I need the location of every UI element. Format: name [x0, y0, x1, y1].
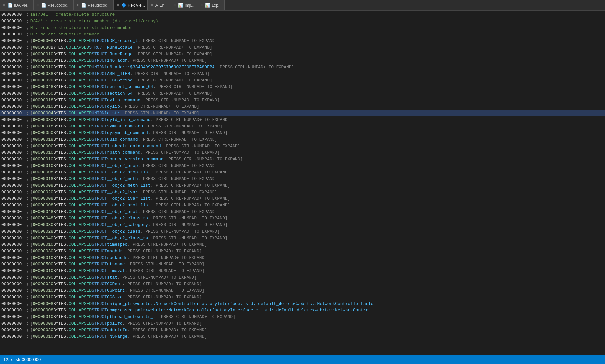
tab-label-pseudo2: Pseudocod...	[88, 3, 111, 8]
help-line-3: 00000000 ; N : rename structure or struc…	[0, 24, 605, 31]
struct-line-objc2classrw: 00000000 ; [00000040 BYTES. COLLAPSED ST…	[0, 235, 605, 241]
struct-line-cgrect: 00000000 ; [00000020 BYTES. COLLAPSED ST…	[0, 281, 605, 287]
tab-close-ida[interactable]: ✕	[3, 3, 6, 7]
help-text-1: Ins/Del : create/delete structure	[30, 12, 115, 17]
tab-pseudocode-2[interactable]: ✕ 📄 Pseudocod...	[74, 0, 114, 10]
tab-imports[interactable]: ✕ 📊 Imp...	[170, 0, 197, 10]
struct-line-objc2prot: 00000000 ; [00000048 BYTES. COLLAPSED ST…	[0, 208, 605, 215]
struct-line-uuid: 00000000 ; [00000018 BYTES. COLLAPSED ST…	[0, 136, 605, 143]
struct-line-objc2prop: 00000000 ; [00000010 BYTES. COLLAPSED ST…	[0, 162, 605, 169]
tab-close-hex[interactable]: ✕	[116, 3, 119, 7]
struct-line-timeval: 00000000 ; [00000010 BYTES. COLLAPSED ST…	[0, 267, 605, 274]
struct-line-in6addr: 00000000 ; [00000010 BYTES. COLLAPSED ST…	[0, 57, 605, 64]
addr-help-2: 00000000	[1, 19, 25, 24]
struct-line-compressed-pair-webrtc: 00000000 ; [00000008 BYTES. COLLAPSED ST…	[0, 307, 605, 313]
main-area: 00000000 ; Ins/Del : create/delete struc…	[0, 11, 605, 355]
struct-line-lcstr: 00000000 ; [00000004 BYTES. COLLAPSED UN…	[0, 110, 605, 116]
struct-line-objc2proplist: 00000000 ; [00000008 BYTES. COLLAPSED ST…	[0, 169, 605, 175]
tab-icon-hex: 🔷	[121, 3, 126, 8]
struct-line-dyldinfo: 00000000 ; [00000030 BYTES. COLLAPSED ST…	[0, 116, 605, 123]
tab-close-imp[interactable]: ✕	[173, 3, 176, 7]
tab-close-pseudo2[interactable]: ✕	[76, 3, 79, 7]
struct-line-asni: 00000000 ; [00000038 BYTES. COLLAPSED ST…	[0, 70, 605, 77]
tab-ida-view[interactable]: ✕ 📄 IDA Vie...	[0, 0, 34, 10]
tab-icon-en: A	[155, 3, 158, 8]
addr-help-3: 00000000	[1, 25, 25, 30]
tab-label-pseudo1: Pseudocod...	[48, 3, 71, 8]
struct-line-in6addr-union: 00000000 ; [00000010 BYTES. COLLAPSED UN…	[0, 64, 605, 70]
tab-label-exp: Exp...	[212, 3, 222, 8]
tab-en[interactable]: ✕ A En...	[148, 0, 170, 10]
struct-line-objc2ivarlist: 00000000 ; [00000008 BYTES. COLLAPSED ST…	[0, 195, 605, 202]
help-line-2: 00000000 ; D/A/* : create structure memb…	[0, 18, 605, 24]
help-line-1: 00000000 ; Ins/Del : create/delete struc…	[0, 11, 605, 18]
help-text-4: U : delete structure member	[30, 32, 100, 37]
struct-line-nsrange: 00000000 ; [00000010 BYTES. COLLAPSED ST…	[0, 333, 605, 340]
struct-line-objc2cat: 00000000 ; [00000030 BYTES. COLLAPSED ST…	[0, 221, 605, 228]
addr-help-4: 00000000	[1, 32, 25, 37]
tab-close-pseudo1[interactable]: ✕	[36, 3, 39, 7]
status-bar: 12. lc_str:00000000	[0, 355, 605, 364]
struct-line-dysymtab: 00000000 ; [00000050 BYTES. COLLAPSED ST…	[0, 129, 605, 136]
tab-label-hex: Hex Vie...	[128, 3, 145, 8]
struct-line-stat: 00000000 ; [00000090 BYTES. COLLAPSED ST…	[0, 274, 605, 281]
code-view[interactable]: 00000000 ; Ins/Del : create/delete struc…	[0, 11, 605, 355]
struct-line-rpath: 00000000 ; [00000010 BYTES. COLLAPSED ST…	[0, 149, 605, 156]
struct-line-sockaddr: 00000000 ; [00000010 BYTES. COLLAPSED ST…	[0, 254, 605, 261]
tab-label-ida: IDA Vie...	[14, 3, 31, 8]
struct-line-ndr: 00000000 ; [00000008 BYTES. COLLAPSED ST…	[0, 37, 605, 44]
struct-line-runelocale: 00000000 ; [0000C88 BYTES. COLLAPSED STR…	[0, 44, 605, 51]
addr-help-1: 00000000	[1, 12, 25, 17]
struct-line-utsname: 00000000 ; [00000500 BYTES. COLLAPSED ST…	[0, 261, 605, 267]
struct-line-msghdr: 00000000 ; [00000030 BYTES. COLLAPSED ST…	[0, 248, 605, 254]
help-text-3: N : rename structure or structure member	[30, 25, 133, 30]
struct-line-objc2class: 00000000 ; [00000028 BYTES. COLLAPSED ST…	[0, 228, 605, 235]
struct-line-linkedit: 00000000 ; [0000000C BYTES. COLLAPSED ST…	[0, 143, 605, 149]
struct-line-cgpoint: 00000000 ; [00000010 BYTES. COLLAPSED ST…	[0, 287, 605, 294]
struct-line-symtab: 00000000 ; [00000018 BYTES. COLLAPSED ST…	[0, 123, 605, 129]
tab-bar: ✕ 📄 IDA Vie... ✕ 📄 Pseudocod... ✕ 📄 Pseu…	[0, 0, 605, 11]
struct-line-srcver: 00000000 ; [00000010 BYTES. COLLAPSED ST…	[0, 156, 605, 162]
struct-line-section64: 00000000 ; [00000050 BYTES. COLLAPSED ST…	[0, 90, 605, 97]
struct-line-unique-ptr-webrtc: 00000000 ; [00000008 BYTES. COLLAPSED ST…	[0, 300, 605, 307]
help-line-4: 00000000 ; U : delete structure member	[0, 31, 605, 37]
tab-exports[interactable]: ✕ 📊 Exp...	[197, 0, 225, 10]
struct-line-dylibcmd: 00000000 ; [00000018 BYTES. COLLAPSED ST…	[0, 97, 605, 103]
tab-hex-view[interactable]: ✕ 🔷 Hex Vie...	[114, 0, 148, 10]
struct-line-pollfd: 00000000 ; [00000008 BYTES. COLLAPSED ST…	[0, 320, 605, 327]
struct-line-objc2ivar: 00000000 ; [00000020 BYTES. COLLAPSED ST…	[0, 189, 605, 195]
struct-line-objc2classro: 00000000 ; [00000048 BYTES. COLLAPSED ST…	[0, 215, 605, 221]
tab-pseudocode-1[interactable]: ✕ 📄 Pseudocod...	[34, 0, 74, 10]
struct-line-addrinfo: 00000000 ; [00000030 BYTES. COLLAPSED ST…	[0, 327, 605, 333]
struct-line-runerange: 00000000 ; [00000010 BYTES. COLLAPSED ST…	[0, 51, 605, 57]
struct-line-timespec: 00000000 ; [00000010 BYTES. COLLAPSED ST…	[0, 241, 605, 248]
tab-label-en: En...	[159, 3, 168, 8]
struct-line-cgsize: 00000000 ; [00000010 BYTES. COLLAPSED ST…	[0, 294, 605, 300]
struct-line-dylib: 00000000 ; [00000010 BYTES. COLLAPSED ST…	[0, 103, 605, 110]
tab-label-imp: Imp...	[185, 3, 194, 8]
status-text: 12. lc_str:00000000	[3, 357, 41, 362]
tab-icon-ida: 📄	[8, 3, 13, 8]
struct-line-cfstring: 00000000 ; [00000020 BYTES. COLLAPSED ST…	[0, 77, 605, 83]
struct-line-pthreadmutexattr: 00000000 ; [00000010 BYTES. COLLAPSED ST…	[0, 313, 605, 320]
tab-close-exp[interactable]: ✕	[200, 3, 203, 7]
tab-icon-pseudo2: 📄	[81, 3, 86, 8]
tab-icon-pseudo1: 📄	[41, 3, 46, 8]
struct-line-objc2meth: 00000000 ; [00000018 BYTES. COLLAPSED ST…	[0, 175, 605, 182]
struct-line-segcmd64: 00000000 ; [00000048 BYTES. COLLAPSED ST…	[0, 83, 605, 90]
struct-line-objc2methlist: 00000000 ; [00000008 BYTES. COLLAPSED ST…	[0, 182, 605, 189]
tab-icon-imp: 📊	[178, 3, 183, 8]
tab-icon-exp: 📊	[205, 3, 210, 8]
struct-line-objc2protlist: 00000000 ; [00000008 BYTES. COLLAPSED ST…	[0, 202, 605, 208]
tab-close-en[interactable]: ✕	[150, 3, 153, 7]
help-text-2: D/A/* : create structure member (data/as…	[30, 19, 158, 24]
